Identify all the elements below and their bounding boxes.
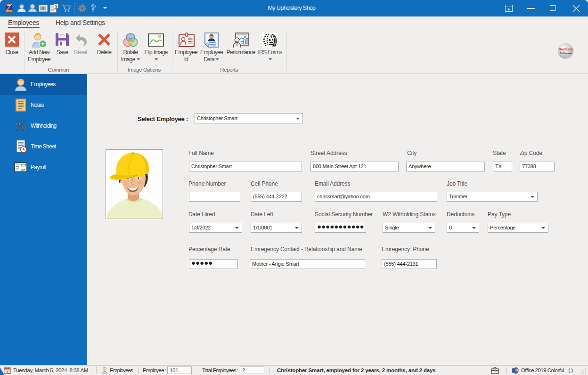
- svg-text:Software: Software: [560, 52, 572, 55]
- svg-text:%: %: [15, 119, 26, 132]
- svg-text:Dunham: Dunham: [559, 47, 573, 51]
